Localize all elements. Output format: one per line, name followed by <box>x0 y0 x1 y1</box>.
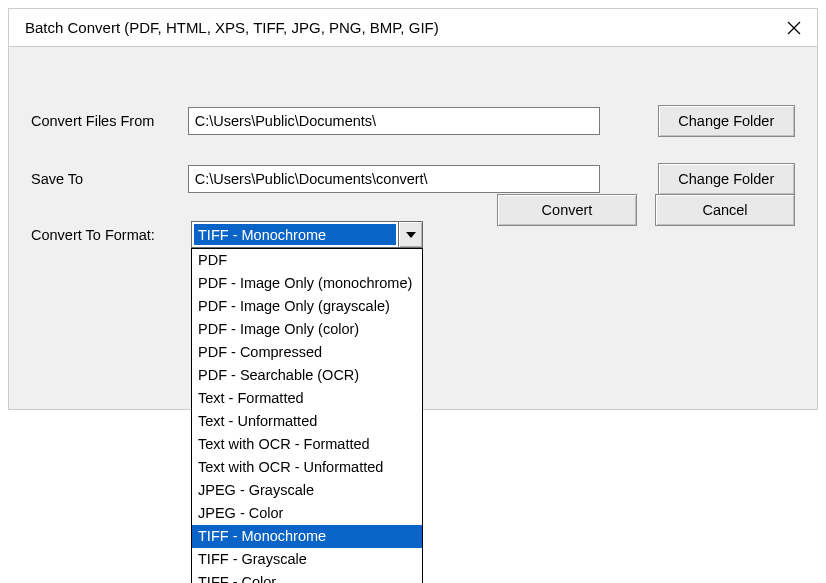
row-convert-from: Convert Files From Change Folder <box>31 105 795 137</box>
chevron-down-icon <box>406 232 416 238</box>
format-option[interactable]: TIFF - Color <box>192 571 422 583</box>
dialog-body: Convert Files From Change Folder Save To… <box>9 47 817 248</box>
format-option[interactable]: TIFF - Monochrome <box>192 525 422 548</box>
format-option[interactable]: TIFF - Grayscale <box>192 548 422 571</box>
action-row: Convert Cancel <box>497 194 795 226</box>
label-convert-format: Convert To Format: <box>31 227 191 243</box>
row-save-to: Save To Change Folder <box>31 163 795 195</box>
format-option[interactable]: PDF - Image Only (color) <box>192 318 422 341</box>
format-option[interactable]: Text - Unformatted <box>192 410 422 433</box>
dialog-title: Batch Convert (PDF, HTML, XPS, TIFF, JPG… <box>25 19 439 36</box>
format-combobox[interactable]: TIFF - Monochrome <box>191 221 423 248</box>
close-icon <box>787 21 801 35</box>
format-option[interactable]: PDF - Image Only (grayscale) <box>192 295 422 318</box>
format-option[interactable]: Text - Formatted <box>192 387 422 410</box>
change-folder-from-button[interactable]: Change Folder <box>658 105 795 137</box>
format-option[interactable]: PDF - Searchable (OCR) <box>192 364 422 387</box>
svg-marker-2 <box>406 232 416 238</box>
format-option[interactable]: PDF - Image Only (monochrome) <box>192 272 422 295</box>
format-option[interactable]: PDF <box>192 249 422 272</box>
batch-convert-dialog: Batch Convert (PDF, HTML, XPS, TIFF, JPG… <box>8 8 818 410</box>
format-dropdown-list[interactable]: PDFPDF - Image Only (monochrome)PDF - Im… <box>191 248 423 583</box>
cancel-button[interactable]: Cancel <box>655 194 795 226</box>
titlebar: Batch Convert (PDF, HTML, XPS, TIFF, JPG… <box>9 9 817 47</box>
close-button[interactable] <box>783 17 805 39</box>
format-option[interactable]: JPEG - Color <box>192 502 422 525</box>
input-convert-from[interactable] <box>188 107 600 135</box>
format-option[interactable]: Text with OCR - Unformatted <box>192 456 422 479</box>
convert-button[interactable]: Convert <box>497 194 637 226</box>
format-selected-value: TIFF - Monochrome <box>194 224 396 245</box>
input-save-to[interactable] <box>188 165 600 193</box>
format-combo-wrap: TIFF - Monochrome PDFPDF - Image Only (m… <box>191 221 423 248</box>
change-folder-saveto-button[interactable]: Change Folder <box>658 163 795 195</box>
format-option[interactable]: JPEG - Grayscale <box>192 479 422 502</box>
format-dropdown-button[interactable] <box>398 222 422 247</box>
format-option[interactable]: Text with OCR - Formatted <box>192 433 422 456</box>
label-save-to: Save To <box>31 171 188 187</box>
format-option[interactable]: PDF - Compressed <box>192 341 422 364</box>
label-convert-from: Convert Files From <box>31 113 188 129</box>
